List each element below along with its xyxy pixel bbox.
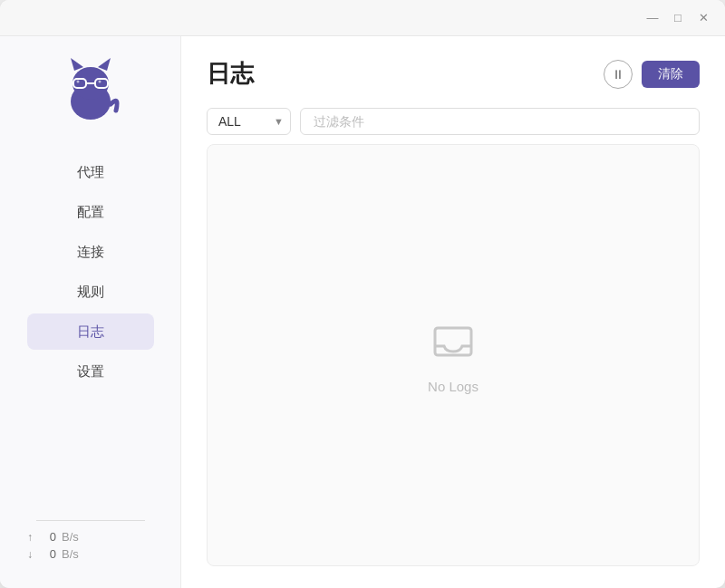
sidebar-item-connection[interactable]: 连接 [27, 234, 154, 270]
pause-button[interactable]: ⏸ [604, 60, 633, 89]
upload-arrow-icon: ↑ [27, 531, 33, 544]
log-level-select[interactable]: ALL INFO WARN ERROR [207, 108, 291, 135]
minimize-button[interactable]: — [642, 7, 663, 29]
main-layout: 代理 配置 连接 规则 日志 设置 [0, 36, 725, 588]
sidebar-item-proxy[interactable]: 代理 [27, 154, 154, 190]
empty-inbox-icon [430, 317, 477, 364]
header-actions: ⏸ 清除 [604, 60, 700, 89]
svg-point-8 [98, 81, 101, 83]
download-unit: B/s [62, 547, 79, 561]
close-button[interactable]: ✕ [692, 7, 714, 29]
content-area: 日志 ⏸ 清除 ALL INFO WARN ERROR ▼ [181, 36, 725, 588]
svg-marker-2 [71, 58, 83, 71]
app-window: — □ ✕ [0, 0, 725, 588]
download-stat: ↓ 0 B/s [27, 547, 153, 561]
filter-bar: ALL INFO WARN ERROR ▼ [207, 108, 700, 135]
content-header: 日志 ⏸ 清除 [207, 58, 700, 90]
upload-value: 0 [38, 530, 56, 544]
upload-unit: B/s [62, 530, 79, 544]
sidebar-divider [36, 520, 145, 521]
maximize-button[interactable]: □ [667, 7, 689, 29]
pause-icon: ⏸ [612, 67, 624, 82]
sidebar: 代理 配置 连接 规则 日志 设置 [0, 36, 181, 588]
app-logo [54, 54, 127, 127]
no-logs-icon [430, 317, 477, 368]
download-arrow-icon: ↓ [27, 548, 33, 561]
clear-button[interactable]: 清除 [642, 61, 700, 88]
svg-marker-3 [98, 58, 111, 71]
page-title: 日志 [207, 58, 254, 90]
sidebar-item-config[interactable]: 配置 [27, 194, 154, 230]
sidebar-item-rules[interactable]: 规则 [27, 274, 154, 310]
sidebar-item-settings[interactable]: 设置 [27, 353, 154, 390]
filter-select-wrap: ALL INFO WARN ERROR ▼ [207, 108, 291, 135]
empty-state-label: No Logs [428, 379, 478, 394]
upload-stat: ↑ 0 B/s [27, 530, 153, 544]
titlebar: — □ ✕ [0, 0, 725, 36]
nav-items: 代理 配置 连接 规则 日志 设置 [0, 154, 180, 506]
filter-input[interactable] [300, 108, 700, 135]
svg-point-7 [76, 81, 79, 83]
stats-area: ↑ 0 B/s ↓ 0 B/s [0, 530, 180, 579]
download-value: 0 [38, 547, 56, 561]
sidebar-item-logs[interactable]: 日志 [27, 313, 154, 350]
log-area: No Logs [207, 144, 700, 566]
logo-area [54, 54, 127, 127]
